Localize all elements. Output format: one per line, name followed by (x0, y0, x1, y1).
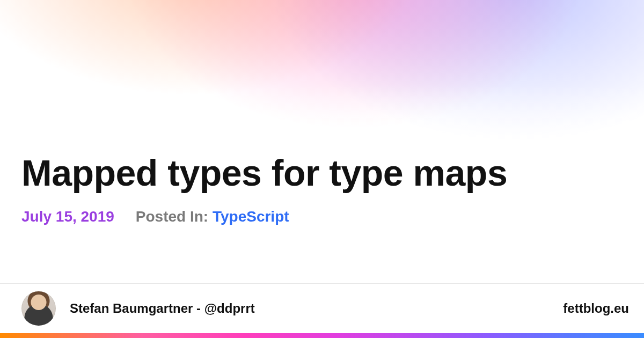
author-block: Stefan Baumgartner - @ddprrt (21, 291, 255, 326)
accent-stripe (0, 333, 644, 338)
author-name: Stefan Baumgartner - @ddprrt (70, 301, 255, 316)
post-header: Mapped types for type maps July 15, 2019… (21, 153, 623, 225)
avatar (21, 291, 56, 326)
posted-in: Posted In: TypeScript (136, 208, 289, 225)
post-tag-link[interactable]: TypeScript (213, 208, 289, 225)
card-footer: Stefan Baumgartner - @ddprrt fettblog.eu (0, 283, 644, 338)
social-card: Mapped types for type maps July 15, 2019… (0, 0, 644, 338)
post-title: Mapped types for type maps (21, 153, 623, 193)
post-meta: July 15, 2019 Posted In: TypeScript (21, 208, 623, 225)
site-name: fettblog.eu (563, 301, 629, 316)
posted-in-label: Posted In: (136, 208, 208, 225)
post-date: July 15, 2019 (21, 208, 114, 225)
footer-inner: Stefan Baumgartner - @ddprrt fettblog.eu (0, 284, 644, 333)
